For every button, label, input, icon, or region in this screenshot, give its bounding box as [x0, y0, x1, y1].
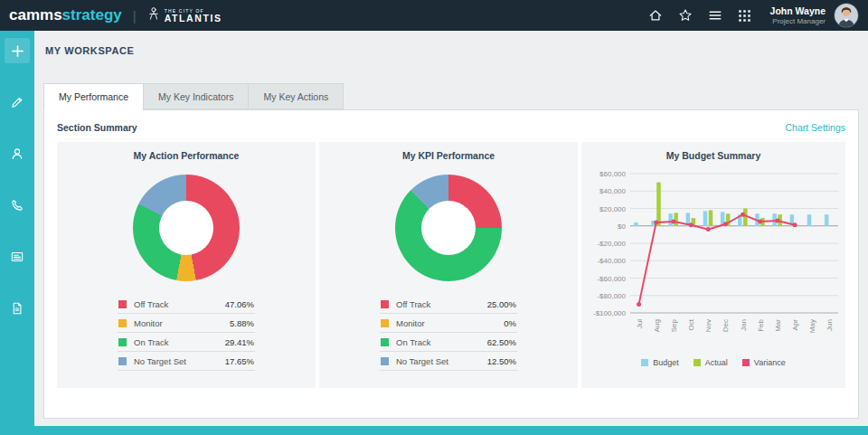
- legend-label: Actual: [705, 358, 728, 367]
- legend-item: No Target Set17.65%: [118, 352, 255, 371]
- legend-value: 5.88%: [230, 318, 254, 328]
- chart-settings-link[interactable]: Chart Settings: [785, 122, 845, 133]
- legend-swatch: [693, 359, 701, 366]
- legend-variance: Variance: [742, 358, 786, 367]
- donut-chart: [395, 175, 502, 281]
- svg-text:Nov: Nov: [704, 319, 712, 332]
- topbar: cammsstrategy | THE CITY OF ATLANTIS Joh…: [0, 0, 868, 31]
- atlantis-statue-icon: [147, 6, 160, 24]
- svg-text:$0: $0: [618, 222, 626, 231]
- legend-label: Off Track: [396, 299, 487, 309]
- svg-text:Jul: Jul: [636, 319, 644, 328]
- legend-label: No Target Set: [396, 356, 487, 366]
- svg-text:-$100,000: -$100,000: [593, 309, 627, 317]
- legend-item: Off Track47.06%: [118, 295, 255, 314]
- budget-legend: BudgetActualVariance: [581, 358, 845, 367]
- legend-label: Monitor: [134, 318, 230, 328]
- home-icon[interactable]: [648, 8, 663, 23]
- legend-swatch: [742, 359, 750, 366]
- apps-icon[interactable]: [738, 8, 752, 23]
- pie-legend: Off Track25.00%Monitor0%On Track62.50%No…: [380, 295, 517, 371]
- legend-swatch: [118, 319, 127, 327]
- legend-actual: Actual: [693, 358, 728, 367]
- user-name: John Wayne: [770, 5, 826, 17]
- svg-text:Jan: Jan: [740, 319, 748, 331]
- legend-label: No Target Set: [134, 356, 225, 366]
- user-role: Project Manager: [770, 17, 826, 26]
- user-icon[interactable]: [5, 141, 30, 166]
- card-icon[interactable]: [5, 244, 30, 270]
- chart-title: My Budget Summary: [581, 142, 845, 163]
- legend-swatch: [118, 338, 127, 346]
- svg-text:May: May: [808, 319, 816, 333]
- chart-title: My Action Performance: [57, 142, 316, 163]
- svg-text:$40,000: $40,000: [599, 187, 626, 195]
- svg-text:Aug: Aug: [653, 319, 661, 332]
- legend-swatch: [381, 338, 389, 346]
- chart-title: My KPI Performance: [319, 142, 578, 163]
- city-of-atlantis-logo: THE CITY OF ATLANTIS: [147, 6, 222, 24]
- content-panel: Section Summary Chart Settings My Action…: [43, 109, 859, 419]
- footer-bar: [0, 426, 868, 435]
- chart-my-budget-summary: My Budget Summary$60,000$40,000$20,000$0…: [581, 142, 845, 388]
- donut-hole: [421, 201, 476, 255]
- chart-my-action-performance: My Action PerformanceOff Track47.06%Moni…: [57, 142, 316, 388]
- svg-text:Dec: Dec: [722, 319, 730, 332]
- tab-my-key-indicators[interactable]: My Key Indicators: [143, 83, 248, 109]
- page-title: MY WORKSPACE: [45, 45, 868, 56]
- svg-text:Mar: Mar: [774, 319, 782, 332]
- topbar-icons: [648, 8, 752, 23]
- document-icon[interactable]: [5, 296, 30, 321]
- phone-icon[interactable]: [5, 193, 30, 218]
- menu-icon[interactable]: [708, 8, 722, 23]
- legend-value: 29.41%: [225, 337, 254, 347]
- section-title: Section Summary: [57, 122, 137, 133]
- tabs: My PerformanceMy Key IndicatorsMy Key Ac…: [43, 83, 868, 109]
- legend-swatch: [118, 300, 127, 308]
- legend-value: 25.00%: [487, 299, 516, 309]
- svg-text:-$80,000: -$80,000: [597, 292, 626, 300]
- svg-text:-$60,000: -$60,000: [597, 275, 626, 283]
- legend-label: On Track: [396, 337, 487, 347]
- city-text: THE CITY OF ATLANTIS: [165, 8, 222, 24]
- legend-value: 17.65%: [225, 356, 254, 366]
- legend-swatch: [381, 300, 389, 308]
- legend-value: 0%: [504, 318, 516, 328]
- donut-chart: [133, 175, 240, 281]
- brand-camms: camms: [9, 6, 62, 24]
- pie-legend: Off Track47.06%Monitor5.88%On Track29.41…: [118, 295, 255, 371]
- brand-divider: |: [133, 8, 137, 24]
- legend-label: Off Track: [134, 299, 225, 309]
- tab-my-key-actions[interactable]: My Key Actions: [248, 83, 344, 109]
- budget-chart: $60,000$40,000$20,000$0-$20,000-$40,000-…: [581, 166, 845, 355]
- legend-swatch: [381, 319, 389, 327]
- legend-swatch: [118, 357, 127, 365]
- edit-icon[interactable]: [5, 90, 30, 115]
- city-line2: ATLANTIS: [165, 14, 222, 24]
- legend-item: No Target Set12.50%: [380, 352, 517, 371]
- legend-label: Monitor: [396, 318, 504, 328]
- legend-swatch: [381, 357, 389, 365]
- legend-value: 12.50%: [487, 356, 516, 366]
- legend-label: Variance: [754, 358, 786, 367]
- svg-text:Jun: Jun: [826, 319, 834, 331]
- legend-item: On Track62.50%: [380, 333, 517, 352]
- legend-value: 62.50%: [487, 337, 516, 347]
- brand-strategy: strategy: [62, 6, 122, 24]
- tab-my-performance[interactable]: My Performance: [43, 83, 143, 110]
- legend-item: Monitor0%: [380, 314, 517, 333]
- user-info[interactable]: John Wayne Project Manager: [770, 5, 826, 25]
- legend-item: Monitor5.88%: [118, 314, 255, 333]
- legend-value: 47.06%: [225, 299, 254, 309]
- star-icon[interactable]: [678, 8, 693, 23]
- add-icon[interactable]: [5, 38, 30, 63]
- svg-text:Oct: Oct: [687, 318, 695, 330]
- avatar[interactable]: [834, 3, 859, 28]
- legend-item: On Track29.41%: [118, 333, 255, 352]
- svg-text:$20,000: $20,000: [599, 205, 626, 213]
- main-content: MY WORKSPACE My PerformanceMy Key Indica…: [34, 31, 868, 426]
- svg-text:Sep: Sep: [670, 318, 678, 332]
- brand-logo[interactable]: cammsstrategy: [9, 6, 122, 24]
- sidebar: [0, 31, 34, 435]
- legend-item: Off Track25.00%: [380, 295, 517, 314]
